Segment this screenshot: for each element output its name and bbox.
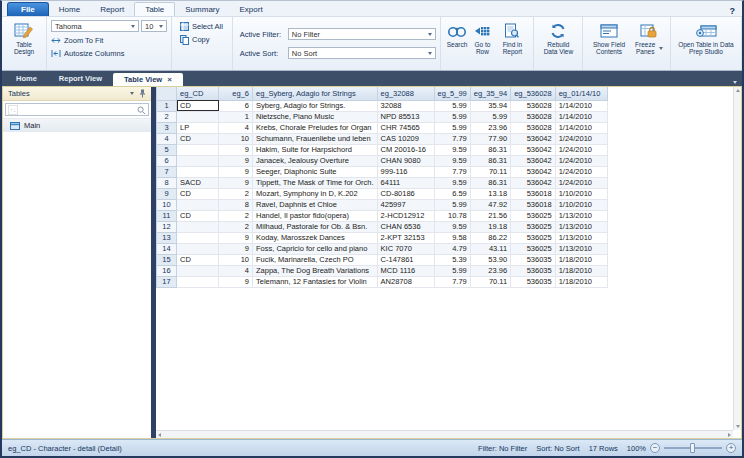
cell[interactable]: 425997 — [377, 199, 434, 210]
cell[interactable]: 536028 — [511, 100, 556, 111]
cell[interactable]: Schumann, Frauenliebe und leben — [253, 133, 378, 144]
close-icon[interactable]: × — [167, 77, 172, 83]
cell[interactable]: Foss, Capricio for cello and piano — [253, 243, 378, 254]
cell[interactable]: 536018 — [511, 188, 556, 199]
cell[interactable]: Tippett, The Mask of Time for Orch. — [253, 177, 378, 188]
row-number[interactable]: 14 — [157, 243, 177, 254]
cell[interactable]: 536025 — [511, 232, 556, 243]
cell[interactable]: 5.39 — [434, 254, 470, 265]
tab-export[interactable]: Export — [230, 3, 273, 16]
row-number[interactable]: 15 — [157, 254, 177, 265]
view-tab-report-view[interactable]: Report View — [48, 71, 113, 86]
cell[interactable]: Milhaud, Pastorale for Ob. & Bsn. — [253, 221, 378, 232]
cell[interactable]: 1/24/2010 — [555, 166, 607, 177]
cell[interactable]: Ravel, Daphnis et Chloe — [253, 199, 378, 210]
cell[interactable]: 5.99 — [434, 100, 470, 111]
tab-file[interactable]: File — [7, 2, 49, 16]
cell[interactable]: 1/13/2010 — [555, 221, 607, 232]
cell[interactable]: CHR 74565 — [377, 122, 434, 133]
cell[interactable]: 536028 — [511, 122, 556, 133]
zoom-in-button[interactable]: + — [726, 443, 736, 453]
cell[interactable]: CD — [177, 100, 219, 111]
cell[interactable]: AN28708 — [377, 276, 434, 287]
row-number[interactable]: 8 — [157, 177, 177, 188]
panel-menu-icon[interactable] — [130, 92, 134, 95]
cell[interactable]: 536042 — [511, 133, 556, 144]
cell[interactable]: 1 — [219, 111, 253, 122]
cell[interactable]: 536025 — [511, 221, 556, 232]
zoom-to-fit-button[interactable]: Zoom To Fit — [51, 34, 167, 47]
cell[interactable]: 999-116 — [377, 166, 434, 177]
cell[interactable]: 19.18 — [470, 221, 510, 232]
cell[interactable]: 9.59 — [434, 144, 470, 155]
cell[interactable]: 536042 — [511, 155, 556, 166]
cell[interactable]: 2-KPT 32153 — [377, 232, 434, 243]
cell[interactable]: 53.90 — [470, 254, 510, 265]
scroll-left-icon[interactable] — [158, 433, 161, 437]
cell[interactable]: Syberg, Adagio for Strings. — [253, 100, 378, 111]
cell[interactable]: 9 — [219, 166, 253, 177]
cell[interactable]: 1/18/2010 — [555, 276, 607, 287]
cell[interactable]: 47.92 — [470, 199, 510, 210]
cell[interactable]: 10 — [219, 133, 253, 144]
column-header[interactable]: eg_Syberg, Adagio for Strings — [253, 87, 378, 100]
cell[interactable]: 1/13/2010 — [555, 243, 607, 254]
cell[interactable]: 35.94 — [470, 100, 510, 111]
cell[interactable]: 536042 — [511, 144, 556, 155]
zoom-out-button[interactable]: − — [650, 443, 660, 453]
font-size-select[interactable]: 10 — [141, 20, 167, 32]
cell[interactable]: 536035 — [511, 265, 556, 276]
row-number[interactable]: 4 — [157, 133, 177, 144]
cell[interactable]: 9 — [219, 155, 253, 166]
scroll-down-icon[interactable] — [736, 425, 740, 428]
cell[interactable]: 4.79 — [434, 243, 470, 254]
tab-overflow-menu[interactable] — [733, 70, 742, 88]
cell[interactable]: 6 — [219, 100, 253, 111]
cell[interactable]: 9 — [219, 276, 253, 287]
cell[interactable]: 2 — [219, 221, 253, 232]
cell[interactable]: 77.90 — [470, 133, 510, 144]
cell[interactable]: 6.59 — [434, 188, 470, 199]
cell[interactable] — [177, 199, 219, 210]
tables-search-input[interactable]: ↑↓ — [5, 103, 149, 116]
column-header[interactable]: eg_5_99 — [434, 87, 470, 100]
cell[interactable]: 9.59 — [434, 221, 470, 232]
cell[interactable]: 1/13/2010 — [555, 210, 607, 221]
cell[interactable]: 8 — [219, 199, 253, 210]
cell[interactable]: 536035 — [511, 254, 556, 265]
cell[interactable]: 5.99 — [434, 265, 470, 276]
cell[interactable]: CD — [177, 133, 219, 144]
cell[interactable]: 7.79 — [434, 276, 470, 287]
cell[interactable]: Krebs, Chorale Preludes for Organ — [253, 122, 378, 133]
cell[interactable] — [177, 166, 219, 177]
cell[interactable]: 4 — [219, 122, 253, 133]
row-number[interactable]: 5 — [157, 144, 177, 155]
cell[interactable]: Seeger, Diaphonic Suite — [253, 166, 378, 177]
tab-summary[interactable]: Summary — [175, 3, 229, 16]
cell[interactable]: 5.99 — [434, 111, 470, 122]
cell[interactable]: 21.56 — [470, 210, 510, 221]
cell[interactable]: 536028 — [511, 111, 556, 122]
scroll-up-icon[interactable] — [736, 89, 740, 92]
row-number[interactable]: 6 — [157, 155, 177, 166]
cell[interactable]: 86.31 — [470, 155, 510, 166]
table-design-button[interactable]: Table Design — [6, 20, 42, 67]
column-header[interactable]: eg_536028 — [511, 87, 556, 100]
cell[interactable]: 536025 — [511, 243, 556, 254]
cell[interactable]: 64111 — [377, 177, 434, 188]
view-tab-table-view[interactable]: Table View × — [113, 73, 183, 86]
cell[interactable]: 9.59 — [434, 177, 470, 188]
cell[interactable]: 9 — [219, 232, 253, 243]
cell[interactable]: 10 — [219, 254, 253, 265]
cell[interactable]: 536042 — [511, 177, 556, 188]
font-name-select[interactable]: Tahoma — [51, 20, 139, 32]
row-number[interactable]: 16 — [157, 265, 177, 276]
cell[interactable]: Telemann, 12 Fantasies for Violin — [253, 276, 378, 287]
cell[interactable]: 2-HCD12912 — [377, 210, 434, 221]
row-number[interactable]: 3 — [157, 122, 177, 133]
cell[interactable]: 536025 — [511, 210, 556, 221]
cell[interactable]: 1/14/2010 — [555, 100, 607, 111]
cell[interactable] — [177, 144, 219, 155]
cell[interactable]: 86.31 — [470, 177, 510, 188]
cell[interactable]: 1/24/2010 — [555, 144, 607, 155]
